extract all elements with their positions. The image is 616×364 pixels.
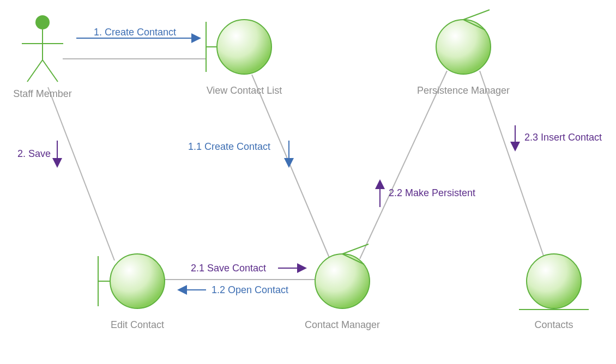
- label-staff: Staff Member: [13, 88, 72, 99]
- svg-point-8: [436, 20, 491, 74]
- control-contact-manager: Contact Manager: [305, 244, 380, 330]
- link-contactmgr-persistmgr: [360, 71, 447, 259]
- svg-point-13: [110, 254, 165, 308]
- entity-contacts: Contacts: [519, 254, 589, 330]
- label-persistmgr: Persistence Manager: [417, 85, 510, 96]
- msg-12: 1.2 Open Contact: [212, 284, 288, 295]
- actor-staff-member: Staff Member: [13, 15, 72, 99]
- svg-point-14: [315, 254, 370, 308]
- boundary-view-contact-list: View Contact List: [206, 20, 282, 96]
- label-editcontact: Edit Contact: [111, 319, 164, 330]
- msg-11: 1.1 Create Contact: [188, 141, 270, 152]
- label-contacts: Contacts: [534, 319, 573, 330]
- link-persistmgr-contacts: [480, 71, 545, 260]
- collaboration-diagram: 1. Create Contanct 2. Save 1.1 Create Co…: [0, 0, 616, 364]
- link-viewlist-contactmgr: [252, 75, 330, 259]
- label-viewlist: View Contact List: [207, 85, 282, 96]
- svg-point-17: [527, 254, 581, 308]
- svg-line-9: [463, 10, 490, 20]
- control-persistence-manager: Persistence Manager: [417, 10, 510, 96]
- msg-22: 2.2 Make Persistent: [389, 187, 475, 198]
- svg-point-0: [35, 15, 50, 29]
- msg-21: 2.1 Save Contact: [191, 263, 266, 274]
- svg-line-4: [43, 60, 58, 82]
- msg-1: 1. Create Contanct: [94, 27, 176, 38]
- label-contactmgr: Contact Manager: [305, 319, 380, 330]
- link-staff-editcontact: [48, 87, 114, 260]
- svg-line-3: [27, 60, 43, 82]
- svg-point-7: [217, 20, 271, 74]
- msg-23: 2.3 Insert Contact: [524, 132, 602, 143]
- boundary-edit-contact: Edit Contact: [98, 254, 165, 330]
- msg-2: 2. Save: [17, 148, 51, 159]
